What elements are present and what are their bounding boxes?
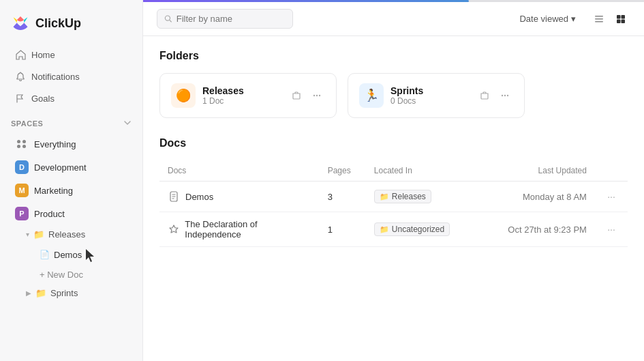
releases-folder-button[interactable]: [288, 87, 305, 104]
sprints-card-sub: 0 Docs: [390, 96, 423, 106]
date-viewed-label: Date viewed: [519, 14, 568, 24]
col-header-pages: Pages: [320, 160, 366, 182]
docs-row-1-pages: 3: [320, 182, 366, 212]
docs-row-1-more-button[interactable]: ···: [603, 188, 619, 205]
svg-point-0: [165, 16, 170, 20]
sidebar-releases-label: Releases: [48, 229, 85, 240]
docs-row-2-actions: ···: [595, 212, 628, 247]
docs-row-2-name-cell: The Declaration of Independence: [159, 212, 320, 247]
date-viewed-button[interactable]: Date viewed ▾: [514, 11, 581, 27]
releases-card-sub: 1 Doc: [202, 96, 244, 106]
sprints-card-avatar: 🏃: [359, 83, 384, 108]
sidebar: ClickUp Home Notifications Goals Spaces: [0, 0, 143, 361]
folder-card-sprints-left: 🏃 Sprints 0 Docs: [359, 83, 423, 108]
spaces-header: Spaces: [0, 115, 142, 132]
releases-folder-icon: 📁: [33, 229, 44, 240]
docs-row-1-located-in: 📁 Releases: [366, 182, 482, 212]
svg-rect-2: [595, 18, 603, 20]
folder-mini-icon-2: 📁: [380, 225, 389, 234]
releases-card-info: Releases 1 Doc: [202, 85, 244, 106]
sprints-more-button[interactable]: [497, 87, 513, 104]
new-doc-label: + New Doc: [40, 270, 83, 280]
sprints-card-name: Sprints: [390, 85, 423, 96]
sidebar-item-everything-label: Everything: [34, 139, 76, 149]
expand-arrow-icon-sprints: ▶: [26, 289, 31, 297]
sidebar-item-releases-folder[interactable]: ▾ 📁 Releases: [4, 226, 138, 243]
svg-point-11: [502, 95, 503, 96]
grid-view-button[interactable]: [611, 10, 630, 29]
demos-doc-row-icon: [168, 190, 180, 203]
search-input[interactable]: [177, 14, 286, 24]
svg-rect-7: [622, 19, 626, 23]
docs-row-2-more-button[interactable]: ···: [603, 221, 619, 237]
svg-point-8: [313, 95, 315, 96]
table-row[interactable]: Demos 3 📁 Releases Monday at 8 AM ···: [159, 182, 628, 212]
releases-more-button[interactable]: [309, 87, 325, 104]
progress-bar: [143, 0, 644, 2]
table-row[interactable]: The Declaration of Independence 1 📁 Unca…: [159, 212, 628, 247]
docs-row-2-updated: Oct 27th at 9:23 PM: [482, 212, 595, 247]
sidebar-demos-label: Demos: [54, 250, 82, 260]
sidebar-item-marketing-label: Marketing: [34, 186, 73, 196]
col-header-located-in: Located In: [366, 160, 482, 182]
demos-doc-icon: 📄: [40, 250, 50, 259]
sidebar-item-development-label: Development: [34, 162, 87, 173]
docs-section-title: Docs: [159, 137, 628, 149]
docs-row-1-actions: ···: [595, 182, 628, 212]
sidebar-item-goals-label: Goals: [31, 93, 55, 104]
sprints-folder-button[interactable]: [476, 87, 493, 104]
chevron-down-icon: ▾: [571, 14, 576, 24]
sprints-folder-icon: 📁: [35, 288, 46, 298]
topbar-right: Date viewed ▾: [514, 10, 630, 29]
sidebar-item-goals[interactable]: Goals: [4, 88, 138, 109]
content-area: Folders 🟠 Releases 1 Doc: [143, 36, 644, 361]
col-header-docs: Docs: [159, 160, 320, 182]
list-view-button[interactable]: [589, 10, 609, 29]
docs-row-2-location-text: Uncategorized: [392, 225, 444, 234]
development-avatar: D: [15, 160, 29, 174]
docs-row-2-located-in: 📁 Uncategorized: [366, 212, 482, 247]
releases-card-right: [288, 87, 325, 104]
docs-row-2-location-badge: 📁 Uncategorized: [374, 222, 450, 236]
topbar: Date viewed ▾: [143, 2, 644, 36]
folder-card-sprints[interactable]: 🏃 Sprints 0 Docs: [348, 73, 525, 118]
sidebar-item-demos-doc[interactable]: 📄 Demos: [4, 244, 138, 265]
docs-row-2-pages: 1: [320, 212, 366, 247]
folder-card-releases-left: 🟠 Releases 1 Doc: [171, 83, 244, 108]
svg-point-9: [316, 95, 318, 96]
app-name: ClickUp: [35, 16, 81, 31]
col-header-last-updated: Last Updated: [482, 160, 595, 182]
svg-rect-4: [617, 15, 621, 19]
sidebar-item-marketing[interactable]: M Marketing: [4, 179, 138, 201]
sprints-card-info: Sprints 0 Docs: [390, 85, 423, 106]
releases-card-name: Releases: [202, 85, 244, 96]
svg-point-13: [507, 95, 508, 96]
everything-avatar: [15, 137, 29, 151]
sidebar-item-notifications[interactable]: Notifications: [4, 66, 138, 87]
sidebar-item-home-label: Home: [31, 50, 55, 60]
sidebar-item-home[interactable]: Home: [4, 44, 138, 65]
releases-card-avatar: 🟠: [171, 83, 196, 108]
progress-fill: [143, 0, 469, 2]
clickup-logo-icon: [11, 14, 30, 33]
folder-card-releases[interactable]: 🟠 Releases 1 Doc: [159, 73, 337, 118]
docs-row-1-location-badge: 📁 Releases: [374, 190, 431, 203]
sidebar-item-new-doc[interactable]: + New Doc: [4, 266, 138, 283]
svg-rect-3: [595, 21, 603, 23]
docs-table: Docs Pages Located In Last Updated Demos: [159, 160, 628, 247]
spaces-collapse-icon[interactable]: [123, 119, 132, 128]
sidebar-item-sprints-folder[interactable]: ▶ 📁 Sprints: [4, 285, 138, 302]
folder-mini-icon: 📁: [380, 192, 389, 201]
sidebar-item-product[interactable]: P Product: [4, 203, 138, 225]
svg-point-10: [319, 95, 320, 96]
main-content: Date viewed ▾: [143, 0, 644, 361]
search-icon: [164, 14, 172, 23]
product-avatar: P: [15, 207, 29, 220]
folders-grid: 🟠 Releases 1 Doc 🏃: [159, 73, 628, 118]
folders-section-title: Folders: [159, 50, 628, 62]
sidebar-item-everything[interactable]: Everything: [4, 133, 138, 155]
sidebar-item-development[interactable]: D Development: [4, 156, 138, 178]
search-box[interactable]: [157, 9, 293, 29]
expand-arrow-icon: ▾: [26, 231, 29, 238]
flag-icon: [15, 93, 26, 104]
